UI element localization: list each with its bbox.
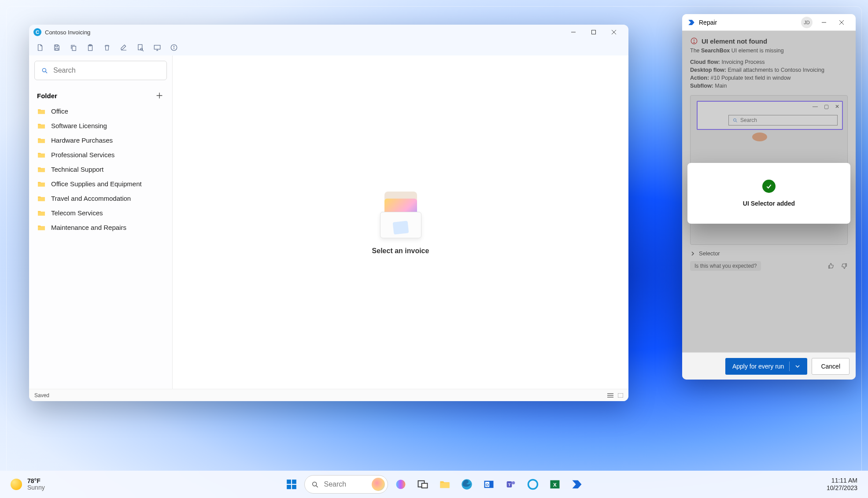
- taskbar-time: 11:11 AM: [827, 477, 857, 484]
- svg-rect-12: [154, 45, 160, 49]
- svg-line-48: [316, 486, 318, 487]
- svg-rect-25: [38, 154, 45, 157]
- success-toast: UI Selector added: [687, 163, 850, 224]
- copy-icon[interactable]: [70, 44, 78, 52]
- taskbar-search-input[interactable]: [323, 480, 363, 489]
- start-button[interactable]: [282, 475, 301, 494]
- add-folder-button[interactable]: [155, 91, 164, 100]
- edit-icon[interactable]: [120, 44, 128, 52]
- folder-item[interactable]: Professional Services: [34, 148, 167, 162]
- repair-panel: Repair JD UI element not found The Searc…: [682, 14, 856, 380]
- folder-icon: [37, 224, 46, 231]
- search-icon: [41, 67, 48, 74]
- cancel-button[interactable]: Cancel: [812, 358, 850, 375]
- folder-item[interactable]: Travel and Accommodation: [34, 191, 167, 206]
- status-bar: Saved: [29, 389, 628, 401]
- new-document-icon[interactable]: [36, 44, 44, 52]
- titlebar[interactable]: C Contoso Invoicing: [29, 25, 628, 40]
- repair-title-text: Repair: [699, 19, 717, 26]
- taskbar: 78°F Sunny O T X 11:11 AM 10/27/2023: [0, 471, 868, 498]
- apply-button[interactable]: Apply for every run: [725, 358, 808, 375]
- paste-icon[interactable]: [86, 44, 94, 52]
- taskbar-date: 10/27/2023: [827, 484, 857, 492]
- excel-icon[interactable]: X: [546, 475, 564, 494]
- folder-label: Professional Services: [51, 151, 115, 159]
- folder-item[interactable]: Telecom Services: [34, 206, 167, 220]
- empty-state-text: Select an invoice: [372, 247, 429, 255]
- folder-item[interactable]: Technical Support: [34, 162, 167, 177]
- power-automate-taskbar-icon[interactable]: [568, 475, 586, 494]
- repair-titlebar[interactable]: Repair JD: [682, 14, 856, 31]
- svg-rect-33: [607, 397, 613, 398]
- view-grid-icon[interactable]: [618, 393, 623, 398]
- search-icon: [311, 480, 319, 488]
- svg-rect-24: [38, 139, 45, 143]
- success-check-icon: [762, 180, 776, 193]
- folder-icon: [37, 166, 46, 173]
- taskbar-clock[interactable]: 11:11 AM 10/27/2023: [827, 477, 857, 492]
- folder-item[interactable]: Maintenance and Repairs: [34, 220, 167, 235]
- svg-text:X: X: [553, 482, 557, 487]
- edge-icon[interactable]: [458, 475, 476, 494]
- close-button[interactable]: [604, 25, 624, 40]
- chevron-down-icon: [795, 364, 800, 369]
- folder-item[interactable]: Hardware Purchases: [34, 133, 167, 148]
- folder-icon: [37, 151, 46, 159]
- contoso-app-icon[interactable]: [524, 475, 542, 494]
- taskbar-search[interactable]: [304, 475, 388, 494]
- svg-rect-23: [38, 125, 45, 128]
- content-pane: Select an invoice: [173, 55, 628, 389]
- toolbar: [29, 40, 628, 55]
- svg-line-11: [143, 50, 144, 51]
- folder-icon: [37, 195, 46, 202]
- sidebar-search[interactable]: [34, 61, 167, 80]
- folder-icon: [37, 108, 46, 115]
- svg-rect-43: [287, 480, 291, 484]
- svg-rect-51: [421, 483, 427, 488]
- svg-rect-6: [72, 46, 76, 51]
- minimize-button[interactable]: [563, 25, 584, 40]
- taskbar-weather[interactable]: 78°F Sunny: [11, 478, 45, 491]
- folder-label: Technical Support: [51, 166, 103, 173]
- view-list-icon[interactable]: [607, 393, 613, 398]
- teams-icon[interactable]: T: [502, 475, 520, 494]
- folder-label: Office: [51, 107, 68, 115]
- power-automate-icon: [687, 18, 695, 26]
- folder-label: Hardware Purchases: [51, 136, 113, 144]
- folder-label: Software Licensing: [51, 122, 107, 129]
- toast-message: UI Selector added: [743, 200, 795, 207]
- folder-label: Telecom Services: [51, 209, 103, 217]
- search-document-icon[interactable]: [137, 44, 144, 52]
- outlook-icon[interactable]: O: [480, 475, 498, 494]
- folder-item[interactable]: Office: [34, 104, 167, 118]
- svg-rect-22: [38, 110, 45, 114]
- folder-item[interactable]: Software Licensing: [34, 118, 167, 133]
- save-icon[interactable]: [53, 44, 61, 52]
- svg-rect-45: [287, 485, 291, 489]
- repair-footer: Apply for every run Cancel: [682, 352, 856, 380]
- repair-close-button[interactable]: [833, 14, 850, 31]
- user-avatar[interactable]: JD: [801, 17, 813, 28]
- task-view-icon[interactable]: [414, 475, 432, 494]
- weather-temp: 78°F: [27, 478, 45, 484]
- svg-rect-46: [292, 485, 296, 489]
- sidebar: Folder OfficeSoftware LicensingHardware …: [29, 55, 173, 389]
- folder-icon: [37, 210, 46, 217]
- folder-label: Maintenance and Repairs: [51, 224, 126, 231]
- svg-text:T: T: [508, 483, 510, 487]
- svg-line-19: [46, 72, 47, 73]
- copilot-icon[interactable]: [392, 475, 410, 494]
- maximize-button[interactable]: [584, 25, 604, 40]
- svg-point-49: [396, 480, 405, 489]
- svg-rect-26: [38, 168, 45, 172]
- folder-icon: [37, 122, 46, 129]
- file-explorer-icon[interactable]: [436, 475, 454, 494]
- svg-rect-28: [38, 197, 45, 201]
- info-icon[interactable]: [170, 44, 178, 52]
- monitor-icon[interactable]: [153, 44, 161, 52]
- folder-item[interactable]: Office Supplies and Equipment: [34, 177, 167, 191]
- search-input[interactable]: [52, 66, 160, 75]
- delete-icon[interactable]: [103, 44, 111, 52]
- weather-condition: Sunny: [27, 484, 45, 491]
- repair-minimize-button[interactable]: [815, 14, 833, 31]
